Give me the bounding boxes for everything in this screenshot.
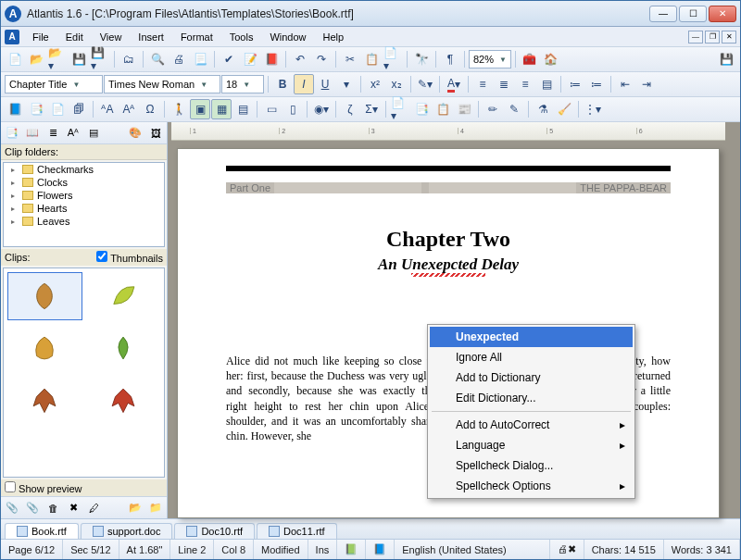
clip-thumb[interactable] <box>86 324 161 372</box>
panel-btn[interactable]: ✖ <box>64 499 82 517</box>
folder-item[interactable]: Checkmarks <box>4 163 164 176</box>
tool-btn[interactable]: Aᴬ <box>119 99 139 119</box>
tool-btn[interactable]: 📘 <box>5 99 25 119</box>
status-icon[interactable]: 📗 <box>337 540 366 559</box>
safe-save-icon[interactable]: 💾 <box>716 49 736 69</box>
context-menu-item[interactable]: Spellcheck Options▸ <box>430 476 633 496</box>
menu-tools[interactable]: Tools <box>222 30 261 44</box>
clip-thumb[interactable] <box>86 272 161 320</box>
tool-btn[interactable]: 📑 <box>411 99 432 119</box>
panel-tab-icon[interactable]: ▤ <box>84 124 103 143</box>
panel-btn[interactable]: 📂 <box>126 499 144 517</box>
panel-tab-icon[interactable]: 📑 <box>3 124 21 143</box>
menu-insert[interactable]: Insert <box>131 30 171 44</box>
doc-tab[interactable]: Book.rtf <box>5 523 79 539</box>
thesaurus-icon[interactable]: 📕 <box>261 49 282 69</box>
context-menu-item[interactable]: Language▸ <box>430 435 633 455</box>
tool-btn[interactable]: ▣ <box>190 99 210 119</box>
panel-btn[interactable]: 🖊 <box>84 499 103 517</box>
close-button[interactable]: ✕ <box>709 6 736 22</box>
tool-btn[interactable]: Σ▾ <box>361 99 382 119</box>
tool-btn[interactable]: ✏ <box>483 99 503 119</box>
mdi-close-button[interactable]: ✕ <box>722 31 736 44</box>
folder-item[interactable]: Hearts <box>4 202 164 215</box>
autocorrect-icon[interactable]: 📝 <box>240 49 260 69</box>
project-icon[interactable]: 🗂 <box>119 49 139 69</box>
clip-thumb[interactable] <box>86 376 161 424</box>
status-page[interactable]: Page 6/12 <box>1 540 63 559</box>
font-combo[interactable]: Times New Roman▼ <box>104 75 220 93</box>
tool-btn[interactable]: ζ <box>340 99 360 119</box>
paste-icon[interactable]: 📄▾ <box>383 49 403 69</box>
mdi-minimize-button[interactable]: — <box>688 31 703 44</box>
align-center-button[interactable]: ≣ <box>494 74 514 94</box>
panel-tab-icon[interactable]: ≣ <box>44 124 62 143</box>
panel-tab-icon[interactable]: Aᴬ <box>64 124 82 143</box>
highlight-button[interactable]: ✎▾ <box>415 74 435 94</box>
tool-btn[interactable]: ◉▾ <box>311 99 332 119</box>
doc-tab[interactable]: Doc11.rtf <box>257 523 337 539</box>
folder-item[interactable]: Leaves <box>4 215 164 228</box>
outdent-button[interactable]: ⇤ <box>615 74 635 94</box>
panel-btn[interactable]: 📎 <box>23 499 42 517</box>
context-menu-item[interactable]: Add to AutoCorrect▸ <box>430 415 633 435</box>
zoom-combo[interactable]: 82%▼ <box>469 50 511 68</box>
tool-btn[interactable]: 🗐 <box>69 99 89 119</box>
status-icon[interactable]: 📘 <box>366 540 395 559</box>
underline-style-button[interactable]: ▾ <box>336 74 357 94</box>
indent-button[interactable]: ⇥ <box>636 74 657 94</box>
copy-icon[interactable]: 📋 <box>361 49 382 69</box>
clip-thumb[interactable] <box>7 272 82 320</box>
panel-btn[interactable]: 📁 <box>146 499 165 517</box>
list-bullet-button[interactable]: ≔ <box>565 74 585 94</box>
maximize-button[interactable]: ☐ <box>679 6 707 22</box>
folder-item[interactable]: Flowers <box>4 189 164 202</box>
align-right-button[interactable]: ≡ <box>515 74 535 94</box>
subscript-button[interactable]: x₂ <box>386 74 407 94</box>
find-icon[interactable]: 🔭 <box>411 49 432 69</box>
align-left-button[interactable]: ≡ <box>472 74 493 94</box>
folder-item[interactable]: Clocks <box>4 176 164 189</box>
minimize-button[interactable]: — <box>649 6 677 22</box>
menu-edit[interactable]: Edit <box>58 30 91 44</box>
doc-tab[interactable]: support.doc <box>81 523 172 539</box>
tool-btn[interactable]: ▯ <box>283 99 303 119</box>
save-icon[interactable]: 💾 <box>69 49 89 69</box>
align-justify-button[interactable]: ▤ <box>536 74 557 94</box>
status-at[interactable]: At 1.68" <box>119 540 171 559</box>
status-section[interactable]: Sec 5/12 <box>63 540 119 559</box>
titlebar[interactable]: A Atlantis 1.6 - [C:\Program Files\Atlan… <box>1 1 740 27</box>
list-number-button[interactable]: ≔ <box>586 74 607 94</box>
tool-btn[interactable]: 📄 <box>47 99 68 119</box>
show-preview-checkbox[interactable]: Show preview <box>5 481 82 494</box>
open-icon[interactable]: 📂 <box>26 49 46 69</box>
undo-icon[interactable]: ↶ <box>290 49 310 69</box>
status-language[interactable]: English (United States) <box>395 540 549 559</box>
tool-btn[interactable]: Ω <box>140 99 160 119</box>
status-words[interactable]: Words: 3 341 <box>664 540 740 559</box>
doc-tab[interactable]: Doc10.rtf <box>174 523 255 539</box>
panel-prefs-icon[interactable]: 🖼 <box>146 124 165 143</box>
context-menu-item[interactable]: Add to Dictionary <box>430 367 633 388</box>
tool-btn[interactable]: ⋮▾ <box>583 99 603 119</box>
cut-icon[interactable]: ✂ <box>340 49 360 69</box>
style-combo[interactable]: Chapter Title▼ <box>5 75 103 93</box>
palette-icon[interactable]: 🎨 <box>126 124 144 143</box>
status-chars[interactable]: Chars: 14 515 <box>584 540 664 559</box>
status-modified[interactable]: Modified <box>254 540 308 559</box>
font-color-button[interactable]: A▾ <box>444 74 464 94</box>
tool-btn[interactable]: 📰 <box>454 99 474 119</box>
context-menu-item[interactable]: Ignore All <box>430 347 633 367</box>
mdi-restore-button[interactable]: ❐ <box>705 31 720 44</box>
tool-btn[interactable]: ▭ <box>261 99 282 119</box>
panel-btn[interactable]: 📎 <box>3 499 21 517</box>
context-menu-item[interactable]: Unexpected <box>430 327 633 347</box>
status-insert[interactable]: Ins <box>308 540 338 559</box>
page-setup-icon[interactable]: 📃 <box>190 49 210 69</box>
menu-help[interactable]: Help <box>316 30 352 44</box>
thumbnails-checkbox[interactable]: Thumbnails <box>96 251 163 264</box>
tool-btn[interactable]: 🧹 <box>554 99 574 119</box>
status-line[interactable]: Line 2 <box>170 540 214 559</box>
clip-thumb[interactable] <box>7 324 82 372</box>
tool-btn[interactable]: 📄▾ <box>390 99 410 119</box>
